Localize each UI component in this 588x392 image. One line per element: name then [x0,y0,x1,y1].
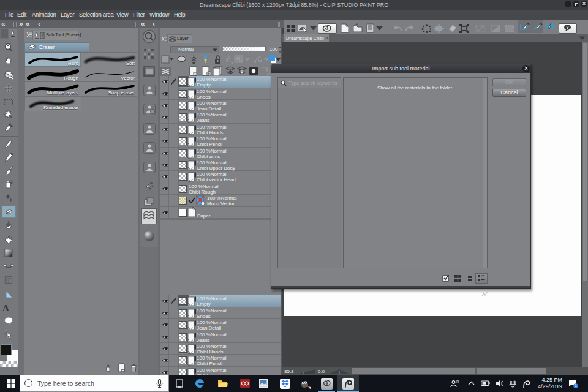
svg-text:1: 1 [575,383,577,388]
svg-text:?: ? [566,25,568,29]
svg-text:R: R [456,380,459,383]
